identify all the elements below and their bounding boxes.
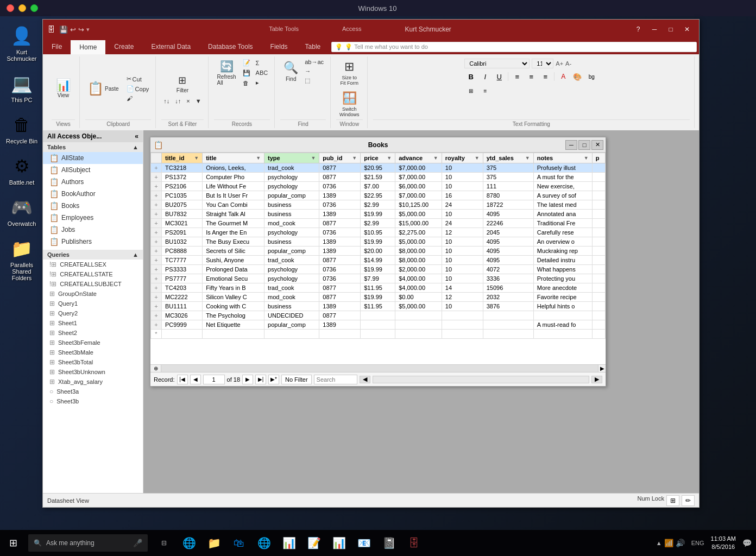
- row-expand-btn[interactable]: +: [151, 200, 162, 210]
- query-sheet3bfemale[interactable]: ⊞ Sheet3bFemale: [43, 338, 143, 348]
- table-row[interactable]: +PS3333Prolonged Datapsychology0736$19.9…: [151, 265, 606, 274]
- bg-color-button[interactable]: bg: [585, 71, 598, 83]
- query-createallsubject[interactable]: !⊞ CREATEALLSUBJECT: [43, 279, 143, 289]
- highlight-button[interactable]: 🎨: [571, 71, 584, 83]
- new-record-row[interactable]: *: [151, 330, 606, 339]
- row-expand-btn[interactable]: +: [151, 247, 162, 256]
- query-grouponstate[interactable]: ⊞ GroupOnState: [43, 289, 143, 299]
- onenote-btn[interactable]: 📓: [377, 530, 401, 556]
- table-row[interactable]: +MC2222Silicon Valley Cmod_cook0877$19.9…: [151, 293, 606, 302]
- col-type[interactable]: type ▼: [264, 153, 319, 163]
- volume-icon[interactable]: 🔊: [676, 539, 685, 547]
- search-input[interactable]: [314, 375, 357, 384]
- alt-row-color-button[interactable]: ≡: [478, 85, 492, 97]
- tab-external-data[interactable]: External Data: [142, 39, 199, 54]
- table-row[interactable]: +BU2075You Can Combibusiness0736$2.99$10…: [151, 200, 606, 210]
- nav-collapse-icon[interactable]: «: [135, 132, 138, 140]
- row-expand-btn[interactable]: +: [151, 274, 162, 283]
- new-row-cell[interactable]: [203, 330, 264, 339]
- close-btn-mac[interactable]: [7, 4, 14, 12]
- query-createallstate[interactable]: !⊞ CREATEALLSTATE: [43, 269, 143, 279]
- align-center-button[interactable]: ≡: [525, 71, 538, 83]
- undo-qa-btn[interactable]: ↩: [70, 26, 76, 34]
- col-ytd-sales[interactable]: ytd_sales ▼: [483, 153, 533, 163]
- scroll-left-nav[interactable]: ◀: [360, 376, 370, 383]
- table-row[interactable]: +BU1111Cooking with Cbusiness1389$11.95$…: [151, 302, 606, 311]
- tab-fields[interactable]: Fields: [262, 39, 297, 54]
- tab-table[interactable]: Table: [297, 39, 330, 54]
- table-row[interactable]: +BU7832Straight Talk Albusiness1389$19.9…: [151, 210, 606, 219]
- table-row[interactable]: +PC9999Net Etiquettepopular_comp1389A mu…: [151, 320, 606, 330]
- switch-windows-button[interactable]: 🪟 SwitchWindows: [336, 89, 363, 119]
- window-traffic-lights[interactable]: [7, 4, 38, 12]
- table-row[interactable]: +PS1372Computer Phopsychology0877$21.59$…: [151, 173, 606, 182]
- notification-icon[interactable]: 💬: [742, 539, 752, 547]
- queries-collapse-icon[interactable]: ▲: [133, 251, 138, 258]
- table-row[interactable]: +PS7777Emotional Secupsychology0736$7.99…: [151, 274, 606, 283]
- redo-qa-btn[interactable]: ↪: [78, 26, 84, 34]
- row-expand-btn[interactable]: +: [151, 265, 162, 274]
- table-row[interactable]: +PC8888Secrets of Silicpopular_comp1389$…: [151, 247, 606, 256]
- format-painter-button[interactable]: 🖌: [124, 94, 152, 103]
- maximize-btn-mac[interactable]: [30, 4, 38, 12]
- row-expand-btn[interactable]: +: [151, 302, 162, 311]
- datasheet-view-btn[interactable]: ⊞: [666, 495, 679, 506]
- store-btn[interactable]: 🛍: [227, 530, 251, 556]
- table-row[interactable]: +PS2106Life Without Fepsychology0736$7.0…: [151, 182, 606, 191]
- row-expand-btn[interactable]: +: [151, 163, 162, 173]
- table-row[interactable]: +TC7777Sushi, Anyonetrad_cook0877$14.99$…: [151, 256, 606, 265]
- font-name-select[interactable]: Calibri: [464, 59, 530, 68]
- outlook-btn[interactable]: 📧: [352, 530, 376, 556]
- tables-section-header[interactable]: Tables ▲: [43, 142, 143, 152]
- scroll-right-btn[interactable]: ▶: [598, 365, 606, 372]
- table-row[interactable]: +MC3026The PsychologUNDECIDED0877: [151, 311, 606, 320]
- taskview-btn[interactable]: ⊟: [152, 530, 176, 556]
- view-button[interactable]: 📊 View: [53, 77, 74, 100]
- help-button[interactable]: ?: [631, 24, 646, 35]
- desktop-icon-thispc[interactable]: 💻 This PC: [2, 70, 41, 106]
- nav-scroll[interactable]: Tables ▲ 📋 AllState 📋 AllSubject 📋 Autho…: [43, 142, 143, 493]
- table-row[interactable]: +TC4203Fifty Years in Btrad_cook0877$11.…: [151, 283, 606, 293]
- query-sheet2[interactable]: ⊞ Sheet2: [43, 328, 143, 338]
- align-right-button[interactable]: ≡: [539, 71, 552, 83]
- tab-home[interactable]: Home: [71, 39, 105, 54]
- delete-record-button[interactable]: 🗑: [241, 79, 253, 87]
- row-expand-btn[interactable]: +: [151, 320, 162, 330]
- nav-item-authors[interactable]: 📋 Authors: [43, 176, 143, 188]
- nav-item-jobs[interactable]: 📋 Jobs: [43, 224, 143, 236]
- bold-button[interactable]: B: [464, 71, 477, 83]
- tables-collapse-icon[interactable]: ▲: [133, 144, 138, 150]
- nav-item-books[interactable]: 📋 Books: [43, 200, 143, 212]
- desktop-icon-parallels[interactable]: 📁 ParallelsShared Folders: [2, 235, 41, 285]
- row-expand-btn[interactable]: +: [151, 210, 162, 219]
- expand-rows-icon[interactable]: ⊕: [154, 365, 158, 371]
- next-record-btn[interactable]: ▶: [242, 375, 253, 384]
- dec-font-icon[interactable]: A-: [565, 60, 571, 67]
- voice-icon[interactable]: 🎤: [133, 539, 142, 547]
- remove-sort-button[interactable]: ×: [184, 97, 192, 105]
- col-pub-id[interactable]: pub_id ▼: [319, 153, 361, 163]
- row-expand-btn[interactable]: +: [151, 293, 162, 302]
- sort-asc-button[interactable]: ↑↓: [161, 97, 172, 105]
- access-btn[interactable]: 🗄: [402, 530, 426, 556]
- desktop-icon-battlenet[interactable]: ⚙ Battle.net: [2, 152, 41, 189]
- first-record-btn[interactable]: |◀: [177, 375, 188, 384]
- replace-button[interactable]: ab→ac: [303, 58, 326, 66]
- col-notes[interactable]: notes ▼: [533, 153, 592, 163]
- refresh-all-button[interactable]: 🔄 RefreshAll: [214, 58, 240, 88]
- row-expand-btn[interactable]: +: [151, 182, 162, 191]
- new-row-cell[interactable]: [483, 330, 533, 339]
- new-row-cell[interactable]: [442, 330, 483, 339]
- inc-font-icon[interactable]: A+: [556, 60, 563, 67]
- col-extra[interactable]: p: [592, 153, 605, 163]
- explorer-btn[interactable]: 📁: [202, 530, 226, 556]
- table-row[interactable]: +PC1035But Is It User Frpopular_comp1389…: [151, 191, 606, 200]
- col-price[interactable]: price ▼: [361, 153, 395, 163]
- desktop-icon-kurt[interactable]: 👤 KurtSchmucker: [2, 22, 41, 65]
- tab-file[interactable]: File: [43, 39, 71, 54]
- filter-button[interactable]: ⊞ Filter: [173, 72, 192, 96]
- new-record-button[interactable]: 📝: [241, 58, 253, 67]
- table-row[interactable]: +TC3218Onions, Leeks,trad_cook0877$20.95…: [151, 163, 606, 173]
- gridlines-button[interactable]: ⊞: [464, 85, 477, 97]
- new-row-cell[interactable]: [264, 330, 319, 339]
